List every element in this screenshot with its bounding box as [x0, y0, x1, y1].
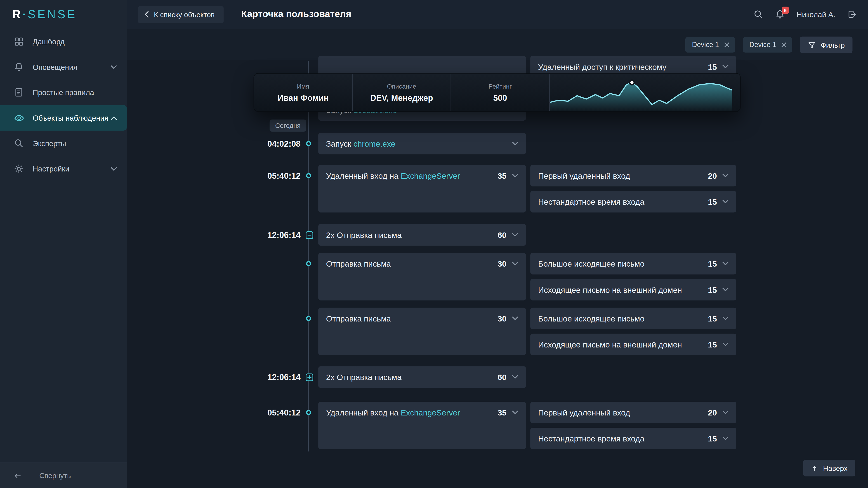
- close-icon[interactable]: [724, 42, 730, 47]
- brand-dot: ·: [22, 8, 27, 21]
- chevron-down-icon: [111, 65, 117, 69]
- close-icon[interactable]: [781, 42, 786, 47]
- gear-icon: [13, 163, 24, 174]
- sub-event-score: 15: [708, 62, 717, 71]
- timeline-node-dot: [306, 316, 311, 321]
- sub-events-column: Большое исходящее письмо15Исходящее пись…: [530, 253, 736, 305]
- sidebar-item-watch-objects[interactable]: Объекты наблюдения: [0, 105, 127, 131]
- chevron-down-icon: [722, 343, 728, 346]
- event-card[interactable]: Удаленный вход на ExchangeServer35: [318, 402, 526, 449]
- sub-event-card[interactable]: Исходящее письмо на внешний домен15: [530, 334, 736, 355]
- event-time: [251, 253, 301, 274]
- event-card[interactable]: Отправка письма30: [318, 308, 526, 355]
- rating-sparkline-chart: [550, 74, 740, 111]
- sidebar-collapse-button[interactable]: Свернуть: [0, 462, 127, 488]
- filter-chip[interactable]: Device 1: [685, 37, 735, 53]
- timeline-node-dot: [306, 410, 311, 415]
- event-card[interactable]: 2х Отправка письма60: [318, 366, 526, 388]
- back-to-list-button[interactable]: К списку объектов: [138, 6, 223, 23]
- sub-events-column: Первый удаленный вход20Нестандартное вре…: [530, 402, 736, 454]
- filter-row: Device 1Device 1 Фильтр: [685, 37, 852, 53]
- event-card[interactable]: Запуск chrome.exe: [318, 133, 526, 155]
- search-icon[interactable]: [753, 9, 763, 20]
- sub-event-label: Нестандартное время входа: [538, 434, 708, 443]
- event-time: 04:02:08: [251, 133, 301, 155]
- timeline-node-dot: [306, 261, 311, 266]
- minus-square-icon[interactable]: [306, 231, 313, 239]
- chevron-down-icon: [111, 167, 117, 170]
- logout-icon[interactable]: [847, 9, 857, 20]
- event-score: 35: [498, 408, 506, 417]
- app-window: R·SENSE ДашбордОповещенияПростые правила…: [0, 0, 868, 488]
- topbar-actions: 6 Николай А.: [753, 9, 868, 20]
- user-name[interactable]: Николай А.: [797, 10, 835, 19]
- summary-field: Рейтинг500: [451, 74, 550, 111]
- sidebar-item-label: Настройки: [33, 165, 111, 173]
- sub-event-score: 15: [708, 285, 717, 294]
- summary-field: ОписаниеDEV, Менеджер: [352, 74, 451, 111]
- eye-icon: [13, 112, 24, 123]
- event-score: 60: [498, 372, 506, 381]
- event-time: 12:06:14: [251, 224, 301, 246]
- brand-logo[interactable]: R·SENSE: [0, 0, 127, 29]
- event-time: [251, 308, 301, 329]
- event-link: chrome.exe: [353, 139, 395, 148]
- chip-label: Device 1: [749, 41, 776, 48]
- sub-event-score: 15: [708, 340, 717, 349]
- chevron-down-icon: [722, 174, 728, 177]
- topbar: К списку объектов Карточка пользователя …: [127, 0, 868, 29]
- sidebar-item-alerts[interactable]: Оповещения: [0, 54, 127, 80]
- sub-event-card[interactable]: Нестандартное время входа15: [530, 428, 736, 449]
- sub-event-card[interactable]: Первый удаленный вход20: [530, 165, 736, 187]
- back-to-top-button[interactable]: Наверх: [803, 460, 855, 476]
- page-title: Карточка пользователя: [241, 9, 351, 20]
- timeline-node-column: [301, 253, 318, 305]
- sidebar-item-dashboard[interactable]: Дашборд: [0, 29, 127, 54]
- sub-event-label: Большое исходящее письмо: [538, 314, 708, 323]
- sub-event-card[interactable]: Исходящее письмо на внешний домен15: [530, 279, 736, 300]
- filter-chip[interactable]: Device 1: [743, 37, 793, 53]
- sub-event-card[interactable]: Большое исходящее письмо15: [530, 253, 736, 274]
- notification-badge: 6: [782, 6, 789, 14]
- timeline-node-dot: [306, 173, 311, 178]
- sub-event-label: Нестандартное время входа: [538, 197, 708, 206]
- event-score: 30: [498, 259, 506, 268]
- sidebar-item-label: Эксперты: [33, 139, 127, 148]
- event-card[interactable]: Удаленный вход на ExchangeServer35: [318, 165, 526, 213]
- timeline-event: 12:06:142х Отправка письма60: [251, 224, 736, 246]
- sidebar-item-settings[interactable]: Настройки: [0, 156, 127, 182]
- sub-event-label: Исходящее письмо на внешний домен: [538, 285, 708, 294]
- sub-event-label: Первый удаленный вход: [538, 408, 708, 417]
- summary-field: ИмяИван Фомин: [254, 74, 352, 111]
- event-card[interactable]: Отправка письма30: [318, 253, 526, 300]
- chevron-left-icon: [145, 11, 149, 18]
- timeline-event: Отправка письма30Большое исходящее письм…: [251, 308, 736, 360]
- search-icon: [13, 138, 24, 149]
- event-text: Отправка письма: [326, 259, 498, 268]
- sidebar-item-label: Простые правила: [33, 88, 127, 97]
- sub-events-column: [530, 366, 736, 388]
- event-text: Запуск chrome.exe: [326, 139, 512, 148]
- sub-events-column: [530, 133, 736, 155]
- event-link: ExchangeServer: [401, 171, 460, 180]
- chevron-down-icon: [722, 65, 728, 69]
- event-score: 30: [498, 314, 506, 323]
- sidebar-item-simple-rules[interactable]: Простые правила: [0, 80, 127, 105]
- sub-event-card[interactable]: Первый удаленный вход20: [530, 402, 736, 423]
- notifications-bell-icon[interactable]: 6: [775, 9, 785, 20]
- event-card[interactable]: 2х Отправка письма60: [318, 224, 526, 246]
- user-summary-card: ИмяИван ФоминОписаниеDEV, МенеджерРейтин…: [254, 73, 741, 111]
- bell-icon: [13, 61, 24, 72]
- summary-field-value: DEV, Менеджер: [370, 93, 433, 102]
- timeline-node-column: [301, 308, 318, 360]
- event-score: 60: [498, 230, 506, 239]
- sidebar-item-experts[interactable]: Эксперты: [0, 131, 127, 156]
- plus-square-icon[interactable]: [306, 373, 313, 381]
- filter-button[interactable]: Фильтр: [800, 37, 852, 53]
- sidebar-item-label: Оповещения: [33, 63, 111, 71]
- event-time: 12:06:14: [251, 366, 301, 388]
- today-badge: Сегодня: [270, 120, 306, 132]
- sub-event-card[interactable]: Нестандартное время входа15: [530, 191, 736, 213]
- sub-event-card[interactable]: Большое исходящее письмо15: [530, 308, 736, 329]
- arrow-up-icon: [811, 464, 818, 472]
